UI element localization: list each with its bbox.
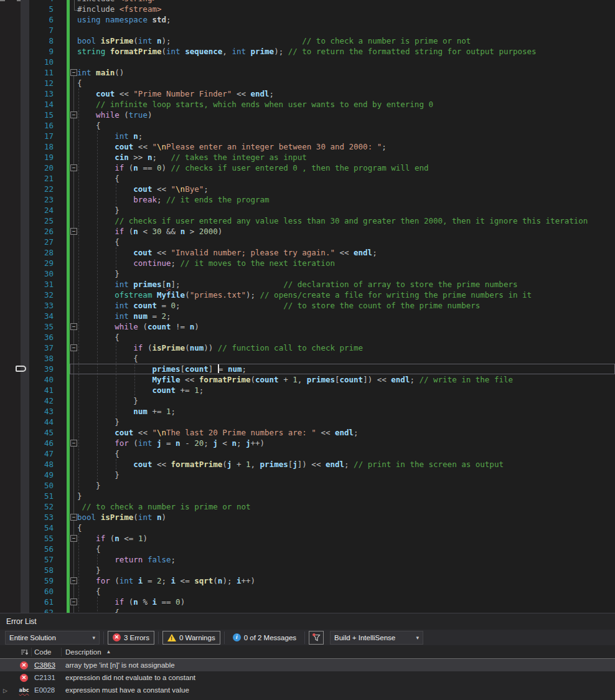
description-column-header[interactable]: Description ▲ [65,648,615,656]
code-line-39[interactable]: 39 primes[count] = num; [0,364,615,374]
code-line-61[interactable]: 61− if (n % i == 0) [0,597,615,607]
code-line-30[interactable]: 30 } [0,268,615,279]
code-line-6[interactable]: 6using namespace std; [0,14,615,25]
line-number: 35 [0,321,54,332]
code-line-47[interactable]: 47 { [0,448,615,459]
source-filter-value: Build + IntelliSense [334,634,395,641]
code-line-48[interactable]: 48 cout << formatPrime(j + 1, primes[j])… [0,459,615,470]
code-line-16[interactable]: 16 { [0,120,615,131]
error-list-panel: Error List Entire Solution ▾ ✕ 3 Errors … [0,613,615,700]
code-line-23[interactable]: 23 break; // it ends the program [0,194,615,205]
code-line-53[interactable]: 53−bool isPrime(int n) [0,512,615,523]
code-line-7[interactable]: 7 [0,25,615,35]
code-line-57[interactable]: 57 return false; [0,554,615,565]
code-line-33[interactable]: 33 int count = 0; // to store the count … [0,300,615,311]
code-line-58[interactable]: 58 } [0,565,615,575]
code-line-21[interactable]: 21 { [0,173,615,184]
error-row[interactable]: ✕C3863array type 'int [n]' is not assign… [0,659,615,671]
code-line-45[interactable]: 45 cout << "\nThe last 20 Prime numbers … [0,427,615,438]
fold-collapse-icon[interactable]: − [70,164,77,171]
code-line-13[interactable]: 13 cout << "Prime Number Finder" << endl… [0,88,615,99]
error-row[interactable]: ▷abcE0028expression must have a constant… [0,684,615,696]
code-line-9[interactable]: 9string formatPrime(int sequence, int pr… [0,46,615,57]
fold-collapse-icon[interactable]: − [70,598,77,605]
code-line-27[interactable]: 27 { [0,237,615,247]
code-line-15[interactable]: 15− while (true) [0,110,615,120]
code-line-5[interactable]: 5#include <fstream> [0,4,615,14]
code-line-31[interactable]: 31 int primes[n]; // declaration of arra… [0,279,615,290]
line-number: 28 [0,247,54,258]
fold-collapse-icon[interactable]: − [70,111,77,118]
line-number: 50 [0,480,54,491]
line-number: 44 [0,417,54,427]
fold-collapse-icon[interactable]: − [70,514,77,521]
code-lines[interactable]: 4#include <string>5#include <fstream>6us… [0,0,615,613]
code-editor[interactable]: 4#include <string>5#include <fstream>6us… [0,0,615,613]
code-line-38[interactable]: 38 { [0,353,615,364]
fold-collapse-icon[interactable]: − [70,344,77,351]
code-line-28[interactable]: 28 cout << "Invalid number; please try a… [0,247,615,258]
errors-toggle-button[interactable]: ✕ 3 Errors [108,631,154,645]
code-line-22[interactable]: 22 cout << "\nBye"; [0,184,615,194]
scope-filter-dropdown[interactable]: Entire Solution ▾ [5,631,100,645]
error-description: expression did not evaluate to a constan… [65,674,615,681]
code-line-44[interactable]: 44 } [0,417,615,427]
code-line-24[interactable]: 24 } [0,205,615,215]
filter-button[interactable] [309,631,324,645]
code-line-8[interactable]: 8bool isPrime(int n); // to check a numb… [0,35,615,46]
fold-collapse-icon[interactable]: − [70,577,77,584]
code-line-46[interactable]: 46− for (int j = n - 20; j < n; j++) [0,438,615,448]
column-separator [31,648,32,656]
code-line-51[interactable]: 51} [0,491,615,501]
messages-count-label: 0 of 2 Messages [244,634,296,641]
code-line-52[interactable]: 52 // to check a number is prime or not [0,501,615,512]
code-line-37[interactable]: 37− if (isPrime(num)) // function call t… [0,343,615,353]
code-line-35[interactable]: 35− while (count != n) [0,321,615,332]
code-line-18[interactable]: 18 cout << "\nPlease enter an integer be… [0,141,615,152]
code-line-10[interactable]: 10 [0,57,615,67]
code-line-41[interactable]: 41 count += 1; [0,385,615,395]
code-line-60[interactable]: 60 { [0,586,615,597]
line-number: 46 [0,438,54,448]
code-line-43[interactable]: 43 num += 1; [0,406,615,417]
error-code-link[interactable]: E0028 [34,686,55,694]
error-code-link[interactable]: C3863 [34,661,55,669]
code-line-55[interactable]: 55− if (n <= 1) [0,533,615,544]
code-line-32[interactable]: 32 ofstream Myfile("primes.txt"); // ope… [0,290,615,300]
line-number: 16 [0,120,54,131]
expand-arrow-icon[interactable]: ▷ [0,688,7,694]
line-number: 36 [0,332,54,343]
code-line-12[interactable]: 12{ [0,78,615,88]
code-line-17[interactable]: 17 int n; [0,131,615,141]
messages-toggle-button[interactable]: i 0 of 2 Messages [228,631,301,645]
code-line-19[interactable]: 19 cin >> n; // takes the integer as inp… [0,152,615,163]
code-line-20[interactable]: 20− if (n == 0) // checks if user entere… [0,163,615,173]
code-line-40[interactable]: 40 Myfile << formatPrime(count + 1, prim… [0,374,615,385]
fold-collapse-icon[interactable]: − [70,440,77,447]
fold-collapse-icon[interactable]: − [70,323,77,330]
fold-collapse-icon[interactable]: − [70,69,77,76]
code-line-62[interactable]: 62 { [0,607,615,613]
error-code-link[interactable]: C2131 [34,674,55,681]
code-line-54[interactable]: 54{ [0,523,615,533]
code-line-26[interactable]: 26− if (n < 30 && n > 2000) [0,226,615,237]
code-line-34[interactable]: 34 int num = 2; [0,311,615,321]
code-line-25[interactable]: 25 // checks if user entered any value l… [0,215,615,226]
code-line-50[interactable]: 50 } [0,480,615,491]
code-line-36[interactable]: 36 { [0,332,615,343]
error-row[interactable]: ✕C2131expression did not evaluate to a c… [0,671,615,684]
code-line-29[interactable]: 29 continue; // it moves to the next ite… [0,258,615,268]
code-line-56[interactable]: 56 { [0,544,615,554]
severity-column-icon [21,648,28,656]
code-line-14[interactable]: 14 // infinite loop starts, which ends w… [0,99,615,110]
code-line-42[interactable]: 42 } [0,395,615,406]
code-line-59[interactable]: 59− for (int i = 2; i <= sqrt(n); i++) [0,575,615,586]
source-filter-dropdown[interactable]: Build + IntelliSense ▾ [330,631,423,645]
line-number: 32 [0,290,54,300]
code-line-11[interactable]: 11−int main() [0,67,615,78]
line-number: 41 [0,385,54,395]
warnings-toggle-button[interactable]: 0 Warnings [162,631,220,645]
fold-collapse-icon[interactable]: − [70,535,77,542]
code-line-49[interactable]: 49 } [0,470,615,480]
fold-collapse-icon[interactable]: − [70,228,77,235]
